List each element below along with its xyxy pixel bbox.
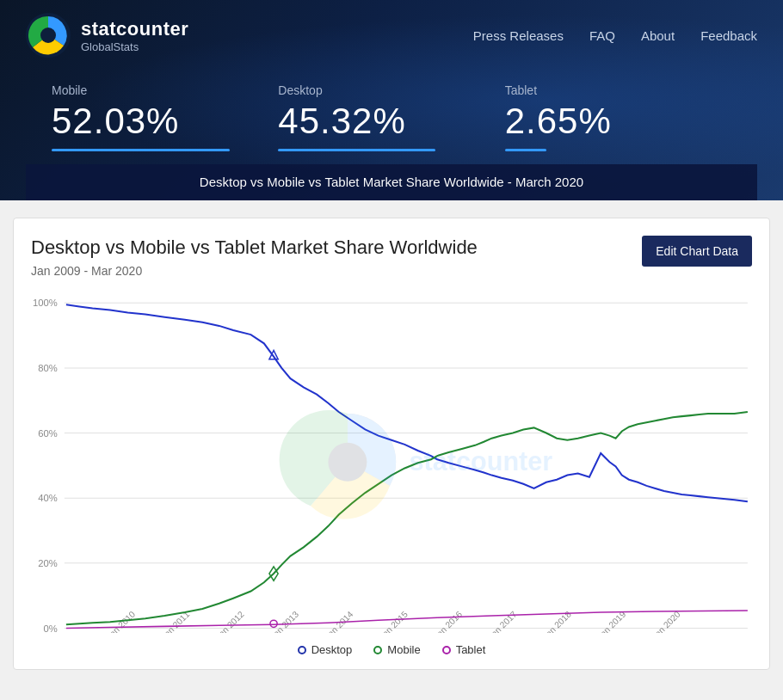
logo-icon: [26, 13, 71, 58]
desktop-line: [66, 304, 748, 501]
stat-desktop: Desktop 45.32%: [278, 83, 504, 151]
svg-text:Jan 2013: Jan 2013: [268, 609, 301, 633]
stats-section: Mobile 52.03% Desktop 45.32% Tablet 2.65…: [26, 66, 757, 164]
svg-text:40%: 40%: [38, 493, 57, 503]
svg-text:100%: 100%: [33, 298, 58, 308]
legend-label-desktop: Desktop: [311, 643, 353, 656]
svg-point-1: [40, 28, 56, 43]
stat-tablet-bar: [505, 149, 547, 151]
chart-subtitle: Jan 2009 - Mar 2020: [31, 264, 478, 278]
tablet-annotation-marker: [270, 620, 277, 627]
header-top: statcounter GlobalStats Press Releases F…: [26, 0, 757, 66]
chart-title: Desktop vs Mobile vs Tablet Market Share…: [31, 236, 478, 261]
svg-text:Jan 2012: Jan 2012: [213, 609, 246, 633]
svg-text:Jan 2017: Jan 2017: [486, 609, 519, 633]
legend-dot-desktop: [298, 646, 306, 654]
logo-text: statcounter GlobalStats: [81, 18, 188, 53]
stat-tablet-value: 2.65%: [505, 101, 714, 142]
watermark: statcounter: [280, 410, 553, 519]
stat-mobile-value: 52.03%: [52, 101, 261, 142]
stat-desktop-bar: [278, 149, 435, 151]
stat-desktop-value: 45.32%: [278, 101, 487, 142]
mobile-line: [66, 412, 748, 624]
svg-text:Jan 2020: Jan 2020: [650, 609, 682, 633]
title-bar: Desktop vs Mobile vs Tablet Market Share…: [26, 164, 757, 200]
svg-text:Jan 2011: Jan 2011: [159, 609, 192, 633]
nav-faq[interactable]: FAQ: [589, 28, 615, 43]
chart-title-area: Desktop vs Mobile vs Tablet Market Share…: [31, 236, 478, 278]
stat-tablet: Tablet 2.65%: [505, 83, 731, 151]
legend-item-mobile: Mobile: [373, 643, 420, 656]
legend-item-desktop: Desktop: [298, 643, 353, 656]
stat-mobile-bar: [52, 149, 230, 151]
legend-label-tablet: Tablet: [456, 643, 486, 656]
stat-mobile-label: Mobile: [52, 83, 261, 97]
svg-text:Jan 2016: Jan 2016: [432, 609, 465, 633]
svg-text:60%: 60%: [38, 427, 57, 438]
svg-text:20%: 20%: [38, 557, 57, 568]
nav-links: Press Releases FAQ About Feedback: [473, 28, 757, 43]
nav-feedback[interactable]: Feedback: [700, 28, 757, 43]
legend-dot-tablet: [442, 646, 451, 654]
stat-desktop-label: Desktop: [278, 83, 487, 97]
stat-tablet-label: Tablet: [505, 83, 714, 97]
chart-area: 100% 80% 60% 40% 20% 0% Jan 2010 Jan 201…: [31, 291, 752, 637]
chart-container: Desktop vs Mobile vs Tablet Market Share…: [13, 218, 770, 670]
chart-svg: 100% 80% 60% 40% 20% 0% Jan 2010 Jan 201…: [31, 291, 752, 634]
svg-text:statcounter: statcounter: [409, 446, 552, 476]
logo-name: statcounter: [81, 18, 188, 40]
svg-text:Jan 2015: Jan 2015: [377, 609, 410, 633]
legend-label-mobile: Mobile: [387, 643, 420, 656]
logo-sub: GlobalStats: [81, 40, 188, 53]
header: statcounter GlobalStats Press Releases F…: [0, 0, 783, 200]
svg-text:0%: 0%: [43, 623, 57, 633]
logo-area: statcounter GlobalStats: [26, 13, 188, 58]
edit-chart-data-button[interactable]: Edit Chart Data: [642, 236, 752, 267]
stat-mobile: Mobile 52.03%: [52, 83, 278, 151]
svg-point-26: [328, 442, 367, 481]
nav-press-releases[interactable]: Press Releases: [473, 28, 564, 43]
nav-about[interactable]: About: [641, 28, 675, 43]
chart-header: Desktop vs Mobile vs Tablet Market Share…: [31, 236, 752, 278]
svg-text:80%: 80%: [38, 363, 57, 373]
title-bar-text: Desktop vs Mobile vs Tablet Market Share…: [200, 175, 583, 189]
chart-legend: Desktop Mobile Tablet: [31, 643, 752, 660]
legend-item-tablet: Tablet: [442, 643, 486, 656]
legend-dot-mobile: [373, 646, 382, 654]
